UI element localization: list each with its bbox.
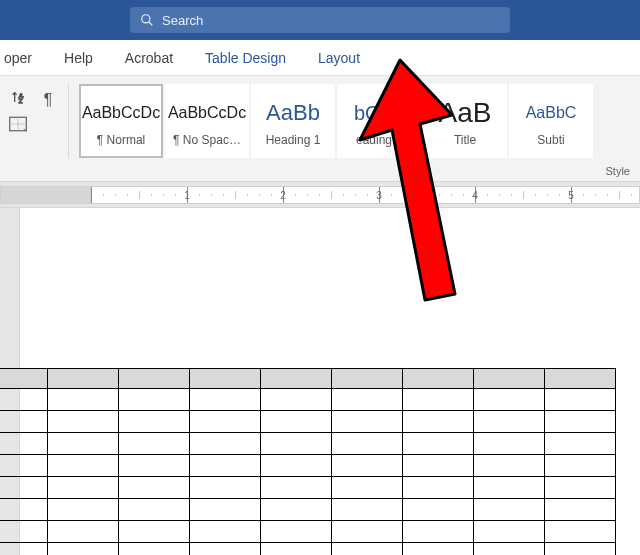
- table-cell[interactable]: [474, 543, 545, 556]
- table-header-cell[interactable]: [190, 369, 261, 389]
- table-cell[interactable]: [190, 477, 261, 499]
- style-item[interactable]: AaBbCSubti: [509, 84, 593, 158]
- table-header-row[interactable]: [0, 369, 616, 389]
- styles-gallery[interactable]: AaBbCcDc¶ NormalAaBbCcDc¶ No Spac…AaBbHe…: [73, 84, 593, 158]
- table-cell[interactable]: [261, 543, 332, 556]
- table-cell[interactable]: [332, 411, 403, 433]
- table-header-cell[interactable]: [48, 369, 119, 389]
- table-cell[interactable]: [332, 477, 403, 499]
- style-item[interactable]: bCcDeading 2: [337, 84, 421, 158]
- table-row[interactable]: [0, 411, 616, 433]
- document-area[interactable]: [0, 208, 640, 555]
- table-cell[interactable]: [474, 411, 545, 433]
- table-cell[interactable]: [545, 411, 616, 433]
- table-row[interactable]: [0, 499, 616, 521]
- table-row[interactable]: [0, 521, 616, 543]
- table-cell[interactable]: [48, 433, 119, 455]
- table-cell[interactable]: [403, 543, 474, 556]
- table-cell[interactable]: [48, 521, 119, 543]
- table-header-cell[interactable]: [119, 369, 190, 389]
- style-item[interactable]: AaBTitle: [423, 84, 507, 158]
- table-cell[interactable]: [261, 477, 332, 499]
- table-cell[interactable]: [119, 499, 190, 521]
- horizontal-ruler[interactable]: 12345: [0, 182, 640, 208]
- table-cell[interactable]: [190, 455, 261, 477]
- table-cell[interactable]: [119, 455, 190, 477]
- table-cell[interactable]: [545, 389, 616, 411]
- tab-help[interactable]: Help: [64, 50, 93, 66]
- table-cell[interactable]: [545, 543, 616, 556]
- table-header-cell[interactable]: [261, 369, 332, 389]
- table-cell[interactable]: [190, 433, 261, 455]
- table-row[interactable]: [0, 543, 616, 556]
- table-cell[interactable]: [332, 543, 403, 556]
- table-cell[interactable]: [332, 389, 403, 411]
- table-cell[interactable]: [403, 477, 474, 499]
- table-cell[interactable]: [0, 411, 48, 433]
- table-cell[interactable]: [474, 455, 545, 477]
- table-cell[interactable]: [545, 477, 616, 499]
- table-cell[interactable]: [119, 521, 190, 543]
- table-cell[interactable]: [474, 389, 545, 411]
- inserted-table[interactable]: [0, 368, 616, 555]
- table-cell[interactable]: [48, 477, 119, 499]
- table-cell[interactable]: [119, 477, 190, 499]
- table-header-cell[interactable]: [545, 369, 616, 389]
- table-cell[interactable]: [0, 433, 48, 455]
- table-cell[interactable]: [403, 389, 474, 411]
- table-cell[interactable]: [545, 455, 616, 477]
- table-cell[interactable]: [190, 411, 261, 433]
- table-cell[interactable]: [474, 433, 545, 455]
- table-cell[interactable]: [48, 499, 119, 521]
- style-item[interactable]: AaBbCcDc¶ Normal: [79, 84, 163, 158]
- sort-button[interactable]: A Z: [8, 88, 28, 108]
- table-cell[interactable]: [48, 455, 119, 477]
- table-cell[interactable]: [403, 499, 474, 521]
- table-cell[interactable]: [0, 499, 48, 521]
- style-item[interactable]: AaBbCcDc¶ No Spac…: [165, 84, 249, 158]
- tab-acrobat[interactable]: Acrobat: [125, 50, 173, 66]
- table-cell[interactable]: [190, 543, 261, 556]
- table-cell[interactable]: [119, 543, 190, 556]
- tab-layout[interactable]: Layout: [318, 50, 360, 66]
- table-cell[interactable]: [0, 455, 48, 477]
- show-hide-paragraph-button[interactable]: ¶: [38, 90, 58, 110]
- table-cell[interactable]: [261, 521, 332, 543]
- table-cell[interactable]: [261, 455, 332, 477]
- table-row[interactable]: [0, 389, 616, 411]
- table-cell[interactable]: [403, 455, 474, 477]
- table-cell[interactable]: [119, 389, 190, 411]
- style-item[interactable]: AaBbHeading 1: [251, 84, 335, 158]
- table-cell[interactable]: [474, 477, 545, 499]
- table-row[interactable]: [0, 477, 616, 499]
- table-cell[interactable]: [403, 433, 474, 455]
- table-cell[interactable]: [332, 433, 403, 455]
- table-cell[interactable]: [403, 521, 474, 543]
- borders-button[interactable]: [8, 114, 28, 134]
- table-cell[interactable]: [332, 499, 403, 521]
- table-cell[interactable]: [545, 499, 616, 521]
- table-cell[interactable]: [0, 543, 48, 556]
- table-row[interactable]: [0, 455, 616, 477]
- table-cell[interactable]: [261, 433, 332, 455]
- table-cell[interactable]: [0, 477, 48, 499]
- table-header-cell[interactable]: [403, 369, 474, 389]
- table-cell[interactable]: [474, 499, 545, 521]
- table-cell[interactable]: [0, 389, 48, 411]
- table-cell[interactable]: [545, 433, 616, 455]
- table-cell[interactable]: [261, 411, 332, 433]
- table-cell[interactable]: [48, 543, 119, 556]
- table-header-cell[interactable]: [474, 369, 545, 389]
- table-cell[interactable]: [403, 411, 474, 433]
- table-cell[interactable]: [190, 389, 261, 411]
- tab-table-design[interactable]: Table Design: [205, 50, 286, 66]
- search-box[interactable]: Search: [130, 7, 510, 33]
- table-cell[interactable]: [261, 499, 332, 521]
- table-header-cell[interactable]: [332, 369, 403, 389]
- table-cell[interactable]: [332, 521, 403, 543]
- table-cell[interactable]: [48, 389, 119, 411]
- table-cell[interactable]: [332, 455, 403, 477]
- table-cell[interactable]: [190, 521, 261, 543]
- table-header-cell[interactable]: [0, 369, 48, 389]
- table-cell[interactable]: [119, 411, 190, 433]
